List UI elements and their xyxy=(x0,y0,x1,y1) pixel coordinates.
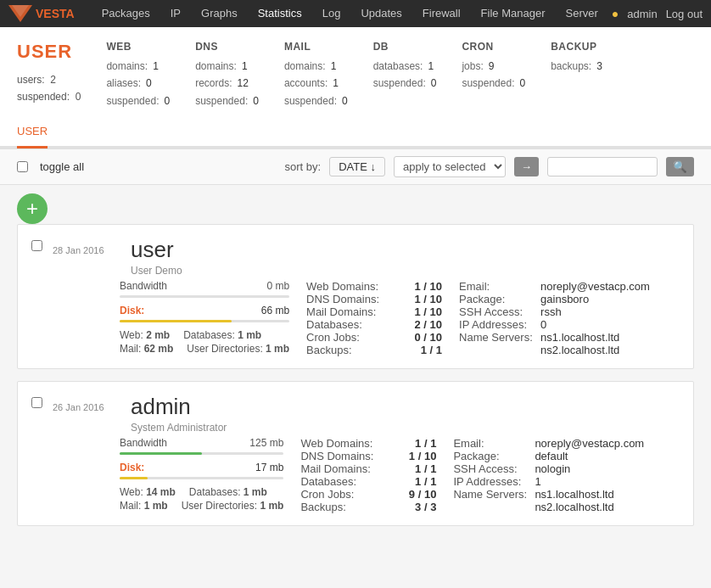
user-bw-disk-col: Bandwidth 0 mb Disk: 66 mb Web: 2 mb Dat… xyxy=(120,280,289,356)
mail-stats: MAIL domains:1 accounts:1 suspended:0 xyxy=(284,41,373,109)
email-user: Email: noreply@vestacp.com xyxy=(459,280,650,293)
nav-packages[interactable]: Packages xyxy=(92,0,160,27)
card-subtitle-user: User Demo xyxy=(131,265,182,277)
nav-updates[interactable]: Updates xyxy=(350,0,411,27)
dns-domains-admin: DNS Domains: 1 / 10 xyxy=(300,450,436,462)
email-stats-col-admin: Email: noreply@vestacp.com Package: defa… xyxy=(453,437,644,513)
ssh-admin: SSH Access: nologin xyxy=(453,462,644,475)
disk-row-admin: Disk: 17 mb xyxy=(120,462,283,473)
toggle-all-checkbox[interactable] xyxy=(17,161,28,172)
card-date-user: 28 Jan 2016 xyxy=(53,237,120,255)
logout-button[interactable]: Log out xyxy=(666,8,703,20)
bandwidth-value-admin: 125 mb xyxy=(249,437,283,449)
email-stats-col-user: Email: noreply@vestacp.com Package: gain… xyxy=(459,280,650,356)
user-card-checkbox-admin[interactable] xyxy=(31,397,42,408)
ssh-user: SSH Access: rssh xyxy=(459,305,650,318)
suspended-val: 0 xyxy=(76,91,81,103)
bandwidth-row: Bandwidth 0 mb xyxy=(120,280,289,292)
disk-bar-admin xyxy=(120,477,283,479)
sub-stats2-admin: Mail: 1 mb User Directories: 1 mb xyxy=(120,500,283,512)
web-domains-admin: Web Domains: 1 / 1 xyxy=(300,437,436,450)
mail-accounts: accounts:1 xyxy=(284,75,348,92)
web-stats: WEB domains:1 aliases:0 suspended:0 xyxy=(106,41,195,109)
go-button[interactable]: → xyxy=(514,157,539,176)
tab-user[interactable]: USER xyxy=(17,116,48,148)
nav-server[interactable]: Server xyxy=(555,0,607,27)
nav-ip[interactable]: IP xyxy=(160,0,191,27)
backups-admin: Backups: 3 / 3 xyxy=(300,501,436,513)
add-button-wrap: + xyxy=(0,185,711,224)
notification-bell-icon[interactable]: ● xyxy=(612,7,619,20)
ip-user: IP Addresses: 0 xyxy=(459,318,650,331)
cron-suspended: suspended:0 xyxy=(462,75,525,92)
users-val: 2 xyxy=(50,74,56,86)
sort-button[interactable]: DATE ↓ xyxy=(329,157,385,176)
databases-mb-label-admin: Databases: 1 mb xyxy=(189,486,267,498)
admin-bw-disk-col: Bandwidth 125 mb Disk: 17 mb Web: 14 mb … xyxy=(120,437,283,513)
mail-domains-user: Mail Domains: 1 / 10 xyxy=(306,305,442,318)
user-card-user: 28 Jan 2016 user User Demo Bandwidth 0 m… xyxy=(17,224,694,369)
backup-backups: backups:3 xyxy=(551,58,602,75)
logo: VESTA xyxy=(8,5,75,22)
mail-mb-label: Mail: 62 mb xyxy=(120,343,173,355)
disk-value: 66 mb xyxy=(261,305,289,316)
tab-bar: USER xyxy=(0,116,711,148)
bandwidth-value: 0 mb xyxy=(266,280,289,292)
mail-suspended: suspended:0 xyxy=(284,92,348,109)
nav-file-manager[interactable]: File Manager xyxy=(471,0,556,27)
dns-title: DNS xyxy=(195,41,259,53)
search-button[interactable]: 🔍 xyxy=(666,157,694,176)
sub-stats-user: Web: 2 mb Databases: 1 mb xyxy=(120,329,289,341)
card-subtitle-admin: System Administrator xyxy=(131,422,227,434)
web-domains: domains:1 xyxy=(106,58,170,75)
disk-bar xyxy=(120,320,289,322)
db-databases: databases:1 xyxy=(373,58,437,75)
web-aliases: aliases:0 xyxy=(106,75,170,92)
web-suspended: suspended:0 xyxy=(106,92,170,109)
dns-suspended: suspended:0 xyxy=(195,92,259,109)
backup-title: BACKUP xyxy=(551,41,602,53)
sub-stats2-user: Mail: 62 mb User Directories: 1 mb xyxy=(120,343,289,355)
search-input[interactable] xyxy=(547,157,658,176)
web-mb-label: Web: 2 mb xyxy=(120,329,170,341)
users-stat: users: 2 xyxy=(17,71,81,88)
username-label: admin xyxy=(627,8,657,20)
navbar-right: ● admin Log out xyxy=(612,7,703,20)
cron-jobs-admin: Cron Jobs: 9 / 10 xyxy=(300,488,436,501)
web-title: WEB xyxy=(106,41,170,53)
nav-log[interactable]: Log xyxy=(312,0,351,27)
cron-title: CRON xyxy=(462,41,525,53)
toolbar: toggle all sort by: DATE ↓ apply to sele… xyxy=(0,149,711,185)
nav-statistics[interactable]: Statistics xyxy=(248,0,312,27)
suspended-label: suspended: xyxy=(17,91,70,103)
databases-user: Databases: 2 / 10 xyxy=(306,318,442,331)
sort-label: sort by: xyxy=(285,160,322,173)
card-title-user: user xyxy=(131,237,182,263)
package-admin: Package: default xyxy=(453,450,644,462)
bandwidth-label-admin: Bandwidth xyxy=(120,437,167,449)
ip-admin: IP Addresses: 1 xyxy=(453,475,644,488)
cron-jobs: jobs:9 xyxy=(462,58,525,75)
domain-stats-col-admin: Web Domains: 1 / 1 DNS Domains: 1 / 10 M… xyxy=(300,437,436,513)
disk-label-admin: Disk: xyxy=(120,462,144,473)
dns-stats: DNS domains:1 records:12 suspended:0 xyxy=(195,41,284,109)
disk-value-admin: 17 mb xyxy=(255,462,283,473)
databases-admin: Databases: 1 / 1 xyxy=(300,475,436,488)
card-date-admin: 26 Jan 2016 xyxy=(53,394,120,412)
user-card-admin: 26 Jan 2016 admin System Administrator B… xyxy=(17,381,694,526)
cron-jobs-user: Cron Jobs: 0 / 10 xyxy=(306,331,442,344)
bandwidth-label: Bandwidth xyxy=(120,280,167,292)
user-card-checkbox-user[interactable] xyxy=(31,240,42,251)
dns-domains: domains:1 xyxy=(195,58,259,75)
backups-user: Backups: 1 / 1 xyxy=(306,344,442,356)
disk-row: Disk: 66 mb xyxy=(120,305,289,316)
bandwidth-bar xyxy=(120,295,289,298)
nav-firewall[interactable]: Firewall xyxy=(412,0,471,27)
db-stats: DB databases:1 suspended:0 xyxy=(373,41,462,92)
add-user-button[interactable]: + xyxy=(17,193,48,224)
vesta-logo-icon xyxy=(8,5,32,22)
mail-mb-label-admin: Mail: 1 mb xyxy=(120,500,168,512)
domain-stats-col-user: Web Domains: 1 / 10 DNS Domains: 1 / 10 … xyxy=(306,280,442,356)
apply-select[interactable]: apply to selected xyxy=(394,156,506,177)
nav-graphs[interactable]: Graphs xyxy=(191,0,248,27)
